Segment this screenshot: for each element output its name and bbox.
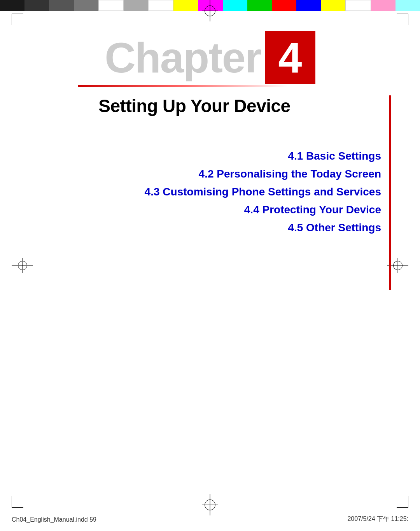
corner-mark-bottomright (397, 496, 408, 508)
color-segment (321, 0, 345, 11)
registration-circle (205, 5, 215, 16)
page-title: Setting Up Your Device (0, 95, 389, 116)
chapter-number-box: 4 (265, 31, 315, 84)
toc-section: 4.1 Basic Settings 4.2 Personalising the… (0, 148, 389, 236)
color-segment (49, 0, 74, 11)
color-segment (223, 0, 247, 11)
toc-item-3: 4.3 Customising Phone Settings and Servi… (145, 184, 381, 200)
color-segment (396, 0, 420, 11)
color-segment (74, 0, 98, 11)
color-segment (148, 0, 173, 11)
bottom-registration-mark (202, 494, 218, 515)
color-segment (173, 0, 198, 11)
chapter-word: Chapter (105, 36, 261, 79)
footer-right: 2007/5/24 下午 11:25: (347, 515, 408, 523)
registration-circle (18, 261, 27, 270)
color-segment (272, 0, 296, 11)
color-segment (345, 0, 371, 11)
color-segment (371, 0, 396, 11)
chapter-header: Chapter 4 (0, 31, 420, 84)
toc-item-4: 4.4 Protecting Your Device (244, 202, 381, 218)
top-registration-mark (202, 0, 218, 21)
page-title-section: Setting Up Your Device (0, 95, 389, 116)
color-segment (0, 0, 24, 11)
color-segment (98, 0, 124, 11)
color-segment (247, 0, 272, 11)
footer: Ch04_English_Manual.indd 59 2007/5/24 下午… (0, 515, 420, 523)
color-segment (296, 0, 321, 11)
toc-item-1: 4.1 Basic Settings (288, 148, 381, 164)
chapter-number: 4 (278, 36, 302, 79)
footer-left: Ch04_English_Manual.indd 59 (12, 516, 96, 523)
corner-mark-bottomleft (12, 496, 23, 508)
vertical-red-line (389, 95, 391, 290)
color-segment (24, 0, 49, 11)
registration-circle (205, 499, 215, 510)
chapter-underline (78, 85, 288, 87)
corner-mark-topright (397, 14, 408, 25)
registration-circle (393, 261, 402, 270)
toc-item-2: 4.2 Personalising the Today Screen (199, 166, 381, 182)
left-registration-mark (12, 258, 33, 273)
color-segment (124, 0, 148, 11)
corner-mark-topleft (12, 14, 23, 25)
toc-item-5: 4.5 Other Settings (288, 220, 381, 236)
